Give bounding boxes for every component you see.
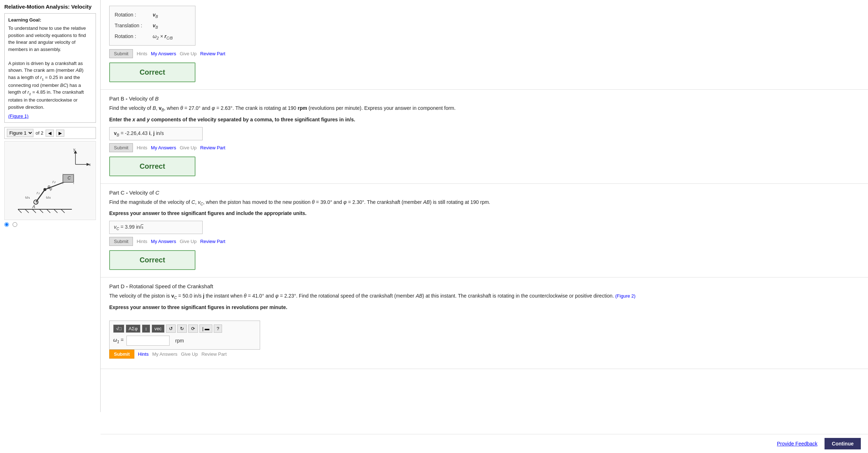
part-b-title: Part B - Velocity of B (109, 95, 859, 102)
part-a-section: Rotation : vB Translation : vB Rotation … (101, 0, 868, 90)
part-a-submit-button[interactable]: Submit (109, 49, 133, 58)
part-a-hints-button[interactable]: Hints (137, 51, 147, 56)
page-title: Relative-Motion Analysis: Velocity (4, 4, 96, 10)
svg-text:ω₁: ω₁ (25, 195, 30, 199)
svg-text:x: x (89, 162, 91, 167)
part-b-give-up-button[interactable]: Give Up (180, 145, 197, 150)
svg-text:r₂: r₂ (52, 179, 56, 184)
svg-text:y: y (73, 147, 75, 151)
part-d-answer-input[interactable] (126, 336, 170, 346)
math-input-row: ω1 = rpm (113, 336, 256, 346)
part-b-submit-button[interactable]: Submit (109, 143, 133, 152)
math-tool-redo[interactable]: ↻ (177, 324, 187, 333)
figure1-link[interactable]: (Figure 1) (8, 113, 28, 119)
formula-label-3: Rotation : (115, 31, 147, 42)
learning-goal-box: Learning Goal: To understand how to use … (4, 13, 96, 123)
main-content: Rotation : vB Translation : vB Rotation … (101, 0, 868, 412)
figure-image: A B C r₂ r₁ φ θ ω₁ ω₂ (4, 141, 96, 220)
part-b-description: Find the velocity of B, vB, when θ = 27.… (109, 104, 859, 113)
part-b-correct-badge: Correct (109, 157, 195, 176)
part-d-instruction: Express your answer to three significant… (109, 304, 859, 311)
part-c-btn-row: Submit Hints My Answers Give Up Review P… (109, 237, 859, 246)
math-tool-divider[interactable]: | ▬ (199, 324, 212, 333)
part-d-review-part-button[interactable]: Review Part (202, 351, 227, 357)
part-d-description: The velocity of the piston is vC = 50.0 … (109, 292, 859, 301)
part-b-answer-box: vB = -2.26,4.43 i, j in/s (109, 127, 203, 140)
figure-prev-button[interactable]: ◀ (46, 130, 54, 137)
part-b-my-answers-button[interactable]: My Answers (151, 145, 176, 150)
part-a-formula-box: Rotation : vB Translation : vB Rotation … (109, 6, 195, 46)
part-d-my-answers-button[interactable]: My Answers (152, 351, 177, 357)
part-c-hints-button[interactable]: Hints (137, 239, 147, 244)
figure-next-button[interactable]: ▶ (56, 130, 64, 137)
formula-value-3: ω2 × rC/B (153, 31, 173, 42)
part-b-instruction: Enter the x and y components of the velo… (109, 116, 859, 123)
math-var-label: ω1 = (113, 337, 124, 344)
radio-circle1[interactable] (4, 222, 9, 227)
part-a-btn-row: Submit Hints My Answers Give Up Review P… (109, 49, 859, 58)
figure-of-label: of 2 (36, 130, 43, 136)
svg-text:C: C (68, 176, 71, 181)
part-b-section: Part B - Velocity of B Find the velocity… (101, 90, 868, 183)
svg-text:ω₂: ω₂ (46, 195, 51, 199)
part-c-give-up-button[interactable]: Give Up (180, 239, 197, 244)
figure-nav: Figure 1 Figure 2 of 2 ◀ ▶ (4, 127, 96, 139)
part-c-my-answers-button[interactable]: My Answers (151, 239, 176, 244)
part-a-give-up-button[interactable]: Give Up (180, 51, 197, 56)
part-c-section: Part C - Velocity of C Find the magnitud… (101, 184, 868, 277)
part-c-review-part-button[interactable]: Review Part (200, 239, 225, 244)
math-tool-refresh[interactable]: ⟳ (188, 324, 198, 333)
part-d-unit: rpm (175, 338, 184, 344)
svg-text:θ: θ (36, 200, 38, 204)
radio-circle2[interactable] (13, 222, 17, 227)
math-tool-vec[interactable]: vec (152, 324, 165, 333)
part-c-instruction: Express your answer to three significant… (109, 210, 859, 217)
svg-text:φ: φ (50, 187, 52, 191)
figure-svg: A B C r₂ r₁ φ θ ω₁ ω₂ (7, 143, 93, 218)
part-d-title: Part D - Rotational Speed of the Cranksh… (109, 283, 859, 289)
figure2-link[interactable]: (Figure 2) (615, 293, 636, 299)
math-tool-help[interactable]: ? (214, 324, 222, 333)
math-tool-alpha-sigma[interactable]: ΑΣφ (126, 324, 140, 333)
part-c-title: Part C - Velocity of C (109, 190, 859, 196)
figure-radio-row (4, 222, 96, 227)
formula-row-1: Rotation : vB (115, 10, 190, 20)
learning-goal-title: Learning Goal: (8, 17, 92, 23)
sidebar: Relative-Motion Analysis: Velocity Learn… (0, 0, 101, 412)
part-d-give-up-button[interactable]: Give Up (181, 351, 198, 357)
learning-goal-text: To understand how to use the relative po… (8, 25, 92, 111)
math-tool-sqrt[interactable]: √□ (113, 324, 124, 333)
math-tool-undo[interactable]: ↺ (166, 324, 176, 333)
figure-select[interactable]: Figure 1 Figure 2 (7, 129, 33, 137)
formula-label-2: Translation : (115, 20, 147, 31)
part-d-submit-button[interactable]: Submit (109, 350, 134, 359)
svg-text:A: A (32, 204, 35, 209)
part-d-section: Part D - Rotational Speed of the Cranksh… (101, 277, 868, 369)
formula-row-2: Translation : vB (115, 20, 190, 31)
part-c-answer-box: vC = 3.99 in/s (109, 221, 203, 234)
formula-value-2: vB (153, 20, 158, 31)
part-a-correct-badge: Correct (109, 62, 195, 82)
part-c-submit-button[interactable]: Submit (109, 237, 133, 246)
part-b-hints-button[interactable]: Hints (137, 145, 147, 150)
math-toolbar: √□ ΑΣφ ↕ vec ↺ ↻ ⟳ | ▬ ? (113, 324, 256, 333)
part-a-my-answers-button[interactable]: My Answers (151, 51, 176, 56)
part-d-btn-row: Submit Hints My Answers Give Up Review P… (109, 350, 859, 359)
part-c-description: Find the magnitude of the velocity of C,… (109, 199, 859, 207)
part-c-correct-badge: Correct (109, 250, 195, 270)
part-b-review-part-button[interactable]: Review Part (200, 145, 225, 150)
formula-value-1: vB (153, 10, 158, 20)
part-b-btn-row: Submit Hints My Answers Give Up Review P… (109, 143, 859, 152)
part-d-math-container: √□ ΑΣφ ↕ vec ↺ ↻ ⟳ | ▬ ? ω1 = rpm (109, 321, 260, 350)
svg-rect-0 (7, 143, 93, 218)
part-a-review-part-button[interactable]: Review Part (200, 51, 225, 56)
formula-label-1: Rotation : (115, 10, 147, 20)
svg-text:r₁: r₁ (37, 191, 40, 195)
formula-row-3: Rotation : ω2 × rC/B (115, 31, 190, 42)
part-d-hints-button[interactable]: Hints (138, 351, 149, 357)
math-tool-updown[interactable]: ↕ (142, 324, 150, 333)
